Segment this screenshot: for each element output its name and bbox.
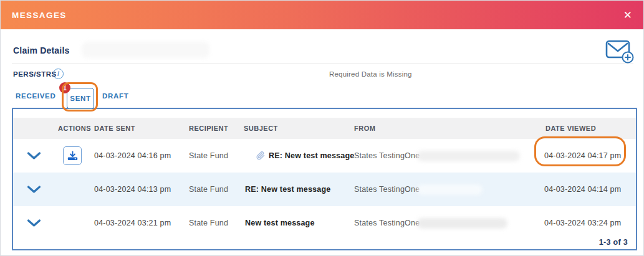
- column-header-recipient: RECIPIENT: [189, 125, 228, 132]
- tab-sent[interactable]: SENT: [67, 88, 94, 109]
- date-viewed-cell: 04-03-2024 04:17 pm: [544, 151, 621, 160]
- divider: [12, 64, 633, 64]
- subject-cell: RE: New test message: [245, 185, 330, 194]
- pagination-label: 1-3 of 3: [599, 238, 628, 247]
- plan-label: PERS/STRS: [13, 70, 57, 78]
- chevron-down-icon: [27, 152, 41, 160]
- date-viewed-cell: 04-03-2024 04:14 pm: [544, 185, 621, 194]
- column-header-actions: ACTIONS: [58, 125, 91, 132]
- date-sent-cell: 04-03-2024 04:16 pm: [94, 151, 171, 160]
- expand-row-button[interactable]: [27, 219, 41, 227]
- redacted-text: [417, 184, 483, 195]
- from-cell: States TestingOne: [354, 151, 420, 160]
- column-header-date-sent: DATE SENT: [94, 125, 135, 132]
- redacted-text: [417, 151, 520, 161]
- chevron-down-icon: [27, 219, 41, 227]
- download-icon: [67, 151, 78, 161]
- table-row: 04-03-2024 04:13 pm State Fund RE: New t…: [13, 173, 636, 206]
- expand-row-button[interactable]: [27, 186, 41, 194]
- recipient-cell: State Fund: [189, 151, 228, 160]
- redacted-text: [417, 218, 507, 229]
- chevron-down-icon: [27, 186, 41, 194]
- page-title: Claim Details: [13, 45, 70, 55]
- close-icon[interactable]: ✕: [623, 10, 632, 21]
- date-sent-cell: 04-03-2024 03:21 pm: [94, 219, 171, 227]
- compose-message-button[interactable]: [604, 38, 635, 65]
- date-sent-cell: 04-03-2024 04:13 pm: [94, 185, 171, 194]
- subject-cell: New test message: [245, 219, 315, 227]
- date-viewed-cell: 04-03-2024 03:24 pm: [544, 219, 621, 227]
- status-message: Required Data is Missing: [329, 70, 412, 78]
- envelope-plus-icon: [604, 38, 635, 65]
- table-header-row: ACTIONS DATE SENT RECIPIENT SUBJECT FROM…: [13, 118, 636, 139]
- tab-received[interactable]: RECEIVED: [16, 92, 55, 100]
- recipient-cell: State Fund: [189, 185, 228, 194]
- column-header-date-viewed: DATE VIEWED: [545, 125, 596, 132]
- redacted-text: [82, 42, 209, 58]
- tab-draft[interactable]: DRAFT: [102, 92, 128, 100]
- subject-cell: RE: New test message: [256, 151, 354, 160]
- column-header-subject: SUBJECT: [244, 125, 278, 132]
- paperclip-icon: [256, 151, 265, 160]
- recipient-cell: State Fund: [189, 219, 228, 227]
- table-row: 04-03-2024 04:16 pm State Fund RE: New t…: [13, 139, 636, 173]
- messages-modal: MESSAGES ✕ Claim Details PERS/STRS i Req…: [0, 0, 644, 256]
- from-cell: States TestingOne: [354, 219, 420, 227]
- messages-table: ACTIONS DATE SENT RECIPIENT SUBJECT FROM…: [12, 108, 637, 250]
- expand-row-button[interactable]: [27, 152, 41, 160]
- modal-title: MESSAGES: [12, 11, 67, 20]
- table-row: 04-03-2024 03:21 pm State Fund New test …: [13, 206, 636, 240]
- subject-text: RE: New test message: [269, 151, 354, 160]
- info-icon[interactable]: i: [53, 69, 64, 79]
- notification-badge: 1: [59, 82, 70, 93]
- download-button[interactable]: [63, 146, 82, 165]
- modal-titlebar: MESSAGES ✕: [1, 1, 643, 29]
- column-header-from: FROM: [354, 125, 375, 132]
- from-cell: States TestingOne: [354, 185, 420, 194]
